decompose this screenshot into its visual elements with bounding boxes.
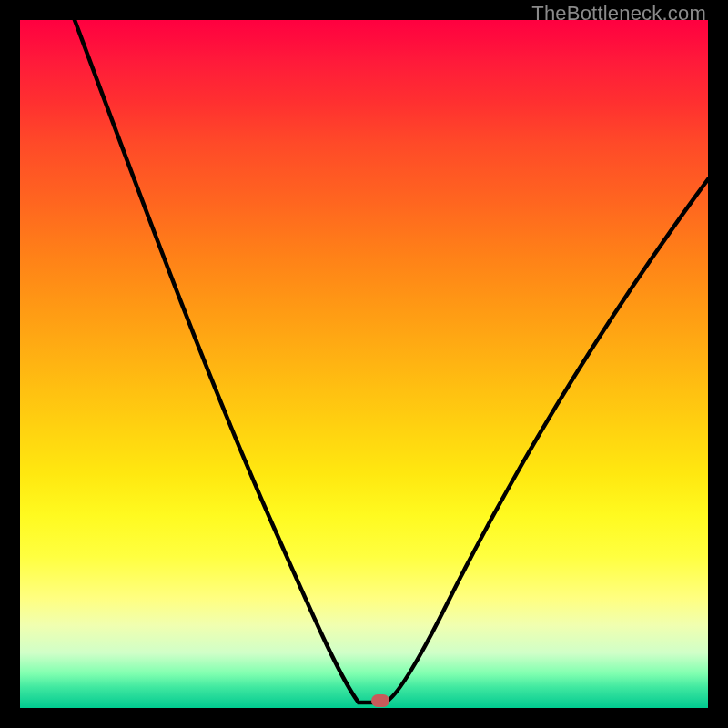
bottleneck-chart: TheBottleneck.com	[0, 0, 728, 728]
watermark-text: TheBottleneck.com	[531, 2, 706, 25]
curve-path	[75, 20, 708, 703]
bottleneck-curve	[20, 20, 708, 708]
plot-area	[20, 20, 708, 708]
minimum-marker	[371, 694, 389, 707]
